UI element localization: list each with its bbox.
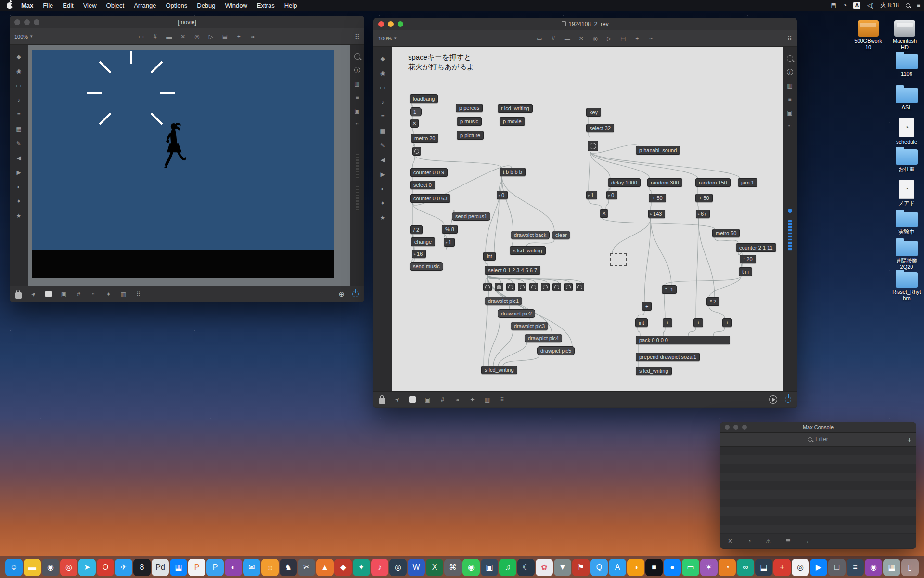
console-filterbar[interactable]: Filter +: [720, 433, 916, 447]
max-object-b8[interactable]: [576, 283, 584, 291]
max-object-multneg1[interactable]: * -1: [662, 285, 677, 294]
pen-icon[interactable]: ✎: [380, 142, 386, 148]
menu-extras[interactable]: Extras: [252, 2, 280, 9]
max-object-b7[interactable]: [564, 283, 573, 291]
time-machine-icon[interactable]: ◔: [843, 2, 847, 9]
max-object-counter009[interactable]: counter 0 0 9: [410, 168, 448, 177]
camera-icon[interactable]: ▣: [354, 107, 360, 114]
dock-itunes[interactable]: ◐: [225, 559, 242, 576]
max-object-bang2[interactable]: [588, 141, 598, 151]
max-object-phanabi[interactable]: p hanabi_sound: [636, 146, 680, 155]
rect-tool-icon[interactable]: ▭: [536, 35, 542, 41]
circle-tool-icon[interactable]: ◎: [592, 35, 598, 41]
max-object-bang1[interactable]: [412, 147, 421, 156]
select-arrow-icon[interactable]: ➤: [29, 289, 38, 298]
movie-titlebar[interactable]: [movie]: [10, 16, 364, 28]
max-object-pic3[interactable]: drawpict pic3: [511, 322, 548, 330]
speaker-icon[interactable]: ◀: [380, 157, 386, 163]
max-object-b6[interactable]: [552, 283, 561, 291]
max-object-num0c[interactable]: ▸0: [606, 191, 617, 199]
list-icon[interactable]: ≡: [787, 96, 793, 102]
sparkle-icon[interactable]: ✦: [16, 198, 22, 204]
dock-preview[interactable]: P: [206, 559, 224, 576]
comment-bubble-icon[interactable]: [45, 291, 52, 297]
max-object-num1a[interactable]: ▸1: [444, 238, 455, 247]
dock-mail[interactable]: ✉: [243, 559, 260, 576]
add-tool-icon[interactable]: +: [236, 33, 242, 39]
zoom-control[interactable]: 100%▼: [14, 34, 39, 39]
display-mirroring-icon[interactable]: ▤: [831, 2, 836, 9]
dock-clock-app[interactable]: ◔: [719, 559, 736, 576]
dock-box-app[interactable]: □: [828, 559, 846, 576]
menu-options[interactable]: Options: [161, 2, 192, 9]
zoom-button[interactable]: [398, 21, 403, 27]
desktop-icon-0[interactable]: 500GBwork 10: [853, 20, 884, 51]
max-object-plus50a[interactable]: + 50: [649, 194, 666, 202]
lock-icon[interactable]: [379, 398, 385, 404]
grid-tool-icon[interactable]: #: [550, 35, 556, 41]
menu-object[interactable]: Object: [102, 2, 129, 9]
dock-blender[interactable]: ▲: [316, 559, 334, 576]
dock-terminal[interactable]: ■: [645, 559, 663, 576]
max-object-key[interactable]: key: [586, 108, 601, 117]
patcher-titlebar[interactable]: 1924108_2_rev: [373, 18, 797, 30]
max-object-jam1[interactable]: jam 1: [738, 178, 757, 187]
max-object-dashed[interactable]: [610, 253, 627, 266]
dock-safari[interactable]: ✈: [115, 559, 132, 576]
clear-icon[interactable]: ✕: [728, 538, 733, 545]
dock-disc-app[interactable]: ◎: [792, 559, 809, 576]
max-object-sendmusic[interactable]: send music: [410, 262, 443, 271]
dock-tv-app[interactable]: ▶: [810, 559, 827, 576]
pen-icon[interactable]: ✎: [16, 140, 22, 146]
dock-downloads-app[interactable]: ▼: [554, 559, 571, 576]
max-object-pack[interactable]: pack 0 0 0 0: [636, 336, 730, 344]
max-object-pmusic[interactable]: p music: [457, 117, 482, 126]
circle-tool-icon[interactable]: ◎: [194, 33, 200, 39]
piano-icon[interactable]: ▥: [120, 291, 127, 297]
max-object-change[interactable]: change: [411, 237, 435, 246]
patchcord-icon[interactable]: ≈: [90, 291, 97, 297]
dock-trash[interactable]: ▯: [901, 559, 919, 576]
max-object-prepend[interactable]: prepend drawpict sozai1: [636, 353, 700, 361]
matrix-icon[interactable]: ⠿: [499, 396, 505, 403]
dock-appstore[interactable]: A: [609, 559, 626, 576]
max-object-int2[interactable]: int: [635, 318, 648, 327]
minimize-button[interactable]: [24, 19, 30, 25]
max-object-plusA[interactable]: +: [642, 302, 652, 311]
history-icon[interactable]: ◔: [747, 538, 751, 545]
sliders-icon[interactable]: ≈: [354, 121, 360, 127]
volume-icon[interactable]: ◁): [867, 2, 873, 9]
max-object-sel32[interactable]: select 32: [586, 124, 614, 132]
max-object-num67[interactable]: ▸67: [696, 210, 710, 218]
dock-pages[interactable]: P: [188, 559, 205, 576]
dock-star-app[interactable]: ✶: [700, 559, 718, 576]
grid-tool-icon[interactable]: #: [152, 33, 158, 39]
layers-icon[interactable]: ▣: [61, 291, 67, 297]
dock-photos[interactable]: ✿: [536, 559, 553, 576]
search-icon[interactable]: [354, 53, 360, 60]
dock-dot-app[interactable]: ●: [664, 559, 681, 576]
desktop-icon-3[interactable]: ASL: [891, 88, 922, 111]
image-icon[interactable]: ▦: [16, 126, 22, 132]
layers-tool-icon[interactable]: ▤: [620, 35, 626, 41]
desktop-icon-4[interactable]: schedule: [891, 118, 922, 145]
list-icon[interactable]: ≡: [354, 94, 360, 100]
zoom-button[interactable]: [34, 19, 39, 25]
info-icon[interactable]: [787, 69, 793, 75]
max-object-random150[interactable]: random 150: [695, 178, 731, 187]
max-object-plus50b[interactable]: + 50: [695, 194, 713, 202]
max-object-sel0[interactable]: select 0: [410, 181, 435, 189]
dock-facetime[interactable]: ◉: [462, 559, 480, 576]
max-object-b1[interactable]: [495, 283, 503, 291]
dock-calendar[interactable]: ▤: [755, 559, 772, 576]
comment-tool-icon[interactable]: ▬: [166, 33, 172, 39]
max-object-slcd1[interactable]: s lcd_writing: [481, 366, 517, 374]
max-object-div2[interactable]: / 2: [410, 225, 423, 234]
dock-opera[interactable]: O: [97, 559, 114, 576]
max-object-num0b[interactable]: ▸0: [497, 191, 508, 199]
input-source-icon[interactable]: A: [853, 2, 860, 9]
layers-tool-icon[interactable]: ▤: [222, 33, 228, 39]
desktop-icon-9[interactable]: Risset_Rhyt hm: [891, 272, 922, 302]
max-object-sendpercus[interactable]: send percus1: [452, 212, 490, 221]
max-object-num1b[interactable]: ▸1: [586, 191, 597, 199]
